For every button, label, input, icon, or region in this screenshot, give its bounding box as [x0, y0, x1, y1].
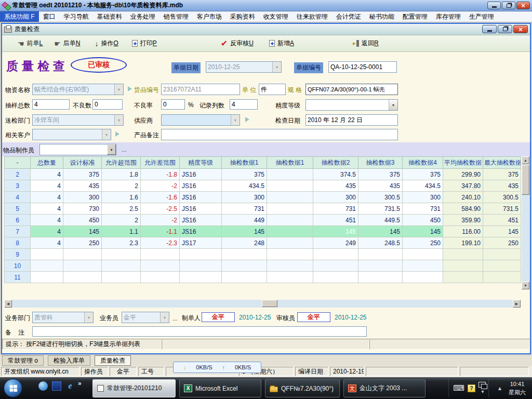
grid-cell[interactable]: 731 — [403, 203, 443, 215]
grid-cell[interactable] — [102, 249, 141, 260]
material-name-combo[interactable]: 蜗壳结合件(右90度) — [32, 84, 124, 95]
vertical-scroll-thumb[interactable] — [522, 165, 529, 195]
grid-row-number[interactable]: 8 — [5, 237, 31, 249]
grid-row-number[interactable]: 7 — [5, 226, 31, 237]
inspect-dept-combo[interactable]: 冷焊车间 — [32, 114, 124, 126]
grid-cell[interactable] — [403, 249, 443, 260]
restore-button[interactable] — [502, 2, 515, 9]
grid-cell[interactable] — [267, 249, 313, 260]
grid-cell[interactable] — [141, 260, 180, 272]
grid-cell[interactable]: 2 — [102, 180, 141, 192]
grid-cell[interactable]: JS16 — [180, 169, 222, 180]
chevron-down-icon[interactable] — [107, 144, 116, 155]
grid-cell[interactable]: 434.5 — [222, 180, 267, 192]
grid-cell[interactable]: -1.8 — [141, 169, 180, 180]
horizontal-scroll-thumb[interactable] — [262, 300, 277, 307]
grid-cell[interactable] — [358, 260, 403, 272]
grid-cell[interactable] — [483, 249, 521, 260]
menu-item-12[interactable]: 配置管理 — [398, 11, 432, 22]
grid-column-header[interactable]: 抽检数据4 — [403, 157, 443, 169]
grid-cell[interactable]: -1.6 — [141, 192, 180, 203]
grid-cell[interactable]: 435 — [63, 180, 102, 192]
grid-cell[interactable]: 299.90 — [443, 169, 483, 180]
grid-horizontal-scrollbar[interactable]: ◀ ▶ — [4, 300, 521, 308]
grid-cell[interactable]: 375 — [222, 169, 267, 180]
menu-item-10[interactable]: 会计凭证 — [332, 11, 365, 22]
grid-cell[interactable] — [267, 226, 313, 237]
menu-item-5[interactable]: 销售管理 — [159, 11, 193, 22]
grid-cell[interactable]: 584.90 — [443, 203, 483, 215]
grid-cell[interactable]: 731.5 — [483, 203, 521, 215]
chevron-down-icon[interactable] — [102, 129, 111, 140]
supplier-detail-arrow-icon[interactable] — [245, 117, 249, 122]
taskbar-clock[interactable]: 10:41 星期六 — [509, 380, 526, 397]
grid-cell[interactable]: 449 — [222, 215, 267, 226]
grid-cell[interactable]: 375 — [483, 169, 521, 180]
grid-cell[interactable] — [267, 192, 313, 203]
grid-cell[interactable]: 145 — [222, 226, 267, 237]
menu-item-1[interactable]: 窗口 — [39, 11, 60, 22]
grid-cell[interactable]: 450 — [63, 215, 102, 226]
note-input[interactable] — [32, 326, 367, 337]
chevron-down-icon[interactable] — [114, 115, 123, 125]
grid-cell[interactable] — [267, 169, 313, 180]
grid-cell[interactable]: 375 — [403, 169, 443, 180]
grid-column-header[interactable]: - — [5, 157, 31, 169]
keyboard-icon[interactable] — [453, 383, 464, 393]
grid-cell[interactable] — [180, 249, 222, 260]
grid-cell[interactable] — [483, 272, 521, 283]
menu-item-0[interactable]: 系统功能 F — [0, 11, 39, 22]
grid-vertical-scrollbar[interactable]: ▲ ▼ — [522, 156, 530, 289]
grid-cell[interactable]: 145 — [403, 226, 443, 237]
taskbar-task-3[interactable]: 金山文字 2003 ... — [343, 379, 425, 397]
grid-cell[interactable]: 240.10 — [443, 192, 483, 203]
grid-cell[interactable]: 250 — [483, 237, 521, 249]
taskbar-task-2[interactable]: QFF№7.2A30(90°) — [265, 379, 340, 397]
scroll-up-icon[interactable]: ▲ — [522, 156, 529, 164]
doc-date-combo[interactable]: 2010-12-25 — [206, 61, 282, 73]
help-icon[interactable] — [468, 384, 475, 392]
menu-item-4[interactable]: 业务处理 — [126, 11, 159, 22]
grid-cell[interactable]: 249 — [313, 237, 358, 249]
add-button[interactable]: 新增A — [267, 38, 296, 49]
grid-cell[interactable]: 4 — [31, 180, 63, 192]
grid-row-number[interactable]: 9 — [5, 249, 31, 260]
grid-cell[interactable]: 300 — [222, 192, 267, 203]
grid-row-number[interactable]: 6 — [5, 215, 31, 226]
chevron-down-icon[interactable] — [84, 312, 93, 323]
grid-cell[interactable] — [180, 272, 222, 283]
grid-cell[interactable]: 248.5 — [358, 237, 403, 249]
grid-cell[interactable]: 300 — [63, 192, 102, 203]
grid-cell[interactable]: 451 — [313, 215, 358, 226]
chevron-down-icon[interactable] — [160, 312, 169, 323]
grid-cell[interactable]: 347.80 — [443, 180, 483, 192]
spec-input[interactable]: QFFN07.2A/30(90°)-00-1 蜗壳 — [305, 84, 398, 95]
grid-column-header[interactable]: 总数量 — [31, 157, 63, 169]
grid-cell[interactable]: 4 — [31, 192, 63, 203]
menu-item-6[interactable]: 客户市场 — [193, 11, 226, 22]
clerk-more[interactable]: ... — [172, 315, 178, 322]
grid-column-header[interactable]: 平均抽检数据 — [443, 157, 483, 169]
grid-cell[interactable]: 300.5 — [483, 192, 521, 203]
grid-cell[interactable] — [267, 272, 313, 283]
customer-detail-arrow-icon[interactable] — [115, 131, 119, 137]
grid-cell[interactable]: 300.5 — [358, 192, 403, 203]
doc-tab-0[interactable]: 常鼓管理 o — [2, 355, 44, 366]
grid-row-number[interactable]: 2 — [5, 169, 31, 180]
grid-cell[interactable]: 4 — [31, 215, 63, 226]
grid-cell[interactable]: 375 — [358, 169, 403, 180]
grid-cell[interactable]: 1.6 — [102, 192, 141, 203]
show-hidden-icons-chevron[interactable] — [493, 384, 507, 392]
grid-cell[interactable] — [63, 272, 102, 283]
grid-cell[interactable] — [31, 249, 63, 260]
grid-cell[interactable]: 1.1 — [102, 226, 141, 237]
grid-cell[interactable]: 449.5 — [358, 215, 403, 226]
operate-button[interactable]: ↓ 操作O — [92, 38, 120, 49]
grid-cell[interactable]: 4 — [31, 203, 63, 215]
grid-cell[interactable]: 1.8 — [102, 169, 141, 180]
menu-item-9[interactable]: 往来款管理 — [292, 11, 332, 22]
minimize-button[interactable] — [487, 2, 501, 9]
grid-cell[interactable] — [358, 249, 403, 260]
grid-row-number[interactable]: 5 — [5, 203, 31, 215]
grid-column-header[interactable]: 最大抽检数据 — [483, 157, 521, 169]
